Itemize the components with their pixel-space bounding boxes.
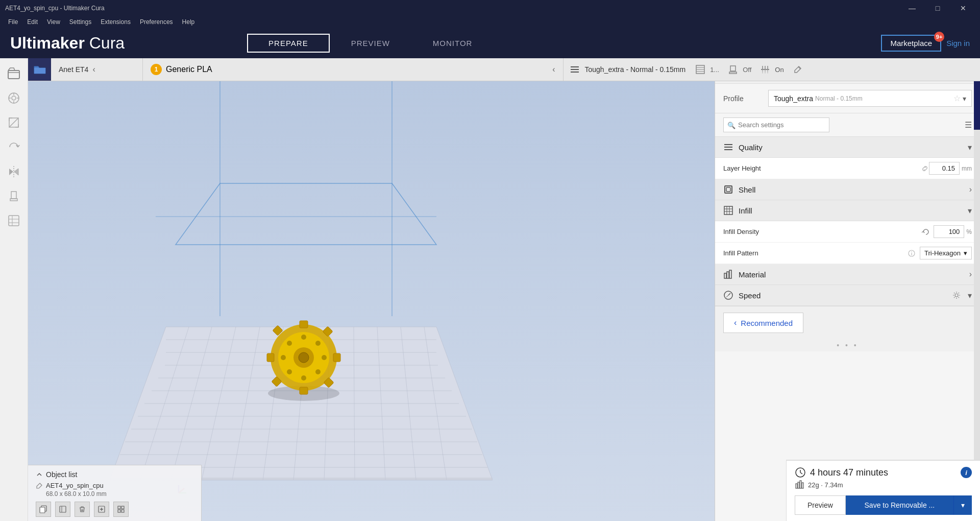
marketplace-button[interactable]: Marketplace 9+ <box>881 35 941 52</box>
edit-profile-icon[interactable] <box>793 65 802 74</box>
tab-preview[interactable]: PREVIEW <box>330 34 411 53</box>
recommended-button[interactable]: ‹ Recommended <box>723 313 803 333</box>
support-bar-icon <box>728 65 738 74</box>
menu-preferences[interactable]: Preferences <box>136 17 177 27</box>
signin-button[interactable]: Sign in <box>946 39 970 48</box>
3d-model-svg <box>253 306 355 409</box>
speed-gear-icon[interactable] <box>952 291 961 299</box>
maximize-button[interactable]: □ <box>926 0 949 16</box>
quality-chevron-icon: ▾ <box>968 143 972 152</box>
link-icon <box>921 164 929 173</box>
duplicate-button[interactable] <box>36 502 51 517</box>
save-button[interactable]: Save to Removable ... <box>846 495 953 515</box>
infill-density-label: Infill Density <box>723 228 921 235</box>
printer-selector[interactable]: Anet ET4 ‹ <box>51 58 143 81</box>
settings-menu-icon[interactable]: ☰ <box>965 120 972 130</box>
svg-point-73 <box>315 369 321 374</box>
menu-edit[interactable]: Edit <box>23 17 42 27</box>
viewport[interactable] <box>28 81 715 521</box>
profile-dropdown-icon[interactable]: ▾ <box>963 94 966 103</box>
save-dropdown-button[interactable]: ▾ <box>953 495 972 515</box>
print-time-row: 4 hours 47 minutes i <box>795 467 972 478</box>
pattern-dropdown-icon: ▾ <box>964 249 967 257</box>
svg-line-112 <box>800 472 802 474</box>
infill-pattern-label: Infill Pattern <box>723 249 908 257</box>
svg-rect-7 <box>11 192 16 199</box>
material-section-header[interactable]: Material › <box>715 264 980 285</box>
panel-divider[interactable]: • • • <box>715 339 980 351</box>
infill-section-icon <box>723 205 733 216</box>
scale-tool[interactable] <box>4 112 24 133</box>
adhesion-state: On <box>775 66 783 74</box>
object-item: AET4_yo_spin_cpu <box>36 482 193 489</box>
speed-section-header[interactable]: Speed ▾ <box>715 285 980 306</box>
material-amount: 22g · 7.34m <box>808 481 843 489</box>
svg-point-2 <box>12 96 16 100</box>
infill-density-unit: % <box>966 228 972 235</box>
recommended-section: ‹ Recommended <box>715 306 980 339</box>
svg-rect-83 <box>60 506 66 512</box>
infill-pattern-dropdown[interactable]: Tri-Hexagon ▾ <box>920 247 972 259</box>
search-row: 🔍 ☰ <box>715 113 980 137</box>
per-model-settings-tool[interactable] <box>4 210 24 231</box>
object-dimensions: 68.0 x 68.0 x 10.0 mm <box>46 490 193 498</box>
svg-point-67 <box>301 375 306 381</box>
settings-scrollbar[interactable] <box>974 58 980 521</box>
close-button[interactable]: ✕ <box>951 0 975 16</box>
minimize-button[interactable]: — <box>900 0 924 16</box>
support-tool[interactable] <box>4 186 24 206</box>
search-settings-input[interactable] <box>723 117 829 132</box>
object-list-panel: Object list AET4_yo_spin_cpu 68.0 x 68.0… <box>28 465 202 521</box>
svg-point-109 <box>955 294 958 297</box>
infill-count: 1... <box>710 66 719 74</box>
infill-density-value[interactable]: 100 <box>934 225 964 238</box>
menu-file[interactable]: File <box>4 17 22 27</box>
svg-rect-113 <box>796 484 797 488</box>
cut-button[interactable] <box>55 502 70 517</box>
add-button[interactable] <box>94 502 109 517</box>
preview-button[interactable]: Preview <box>795 495 846 515</box>
material-section-icon <box>723 269 733 279</box>
quality-section-header[interactable]: Quality ▾ <box>715 137 980 158</box>
mirror-tool[interactable] <box>4 161 24 182</box>
open-file-tool[interactable] <box>4 63 24 84</box>
menu-settings[interactable]: Settings <box>65 17 95 27</box>
infill-pattern-row: Infill Pattern Tri-Hexagon ▾ <box>715 243 980 264</box>
layer-height-value[interactable]: 0.15 <box>929 162 960 175</box>
folder-icon-box[interactable] <box>28 58 51 81</box>
infill-section-header[interactable]: Infill ▾ <box>715 200 980 221</box>
svg-rect-105 <box>724 273 726 278</box>
material-chevron-icon: ‹ <box>552 65 555 74</box>
printer-name: Anet ET4 <box>59 65 88 74</box>
edit-icon <box>36 482 43 489</box>
menu-help[interactable]: Help <box>178 17 199 27</box>
profile-row: Profile Tough_extra Normal - 0.15mm ☆ ▾ <box>715 84 980 113</box>
clock-icon <box>795 467 806 478</box>
svg-rect-89 <box>121 506 124 509</box>
info-icon[interactable]: i <box>961 467 972 478</box>
menu-extensions[interactable]: Extensions <box>96 17 135 27</box>
right-panel: Print settings ✕ Profile Tough_extra Nor… <box>715 58 980 521</box>
profile-value-name: Tough_extra <box>774 94 813 103</box>
pattern-info-icon <box>908 249 916 257</box>
material-selector[interactable]: 1 Generic PLA ‹ <box>143 58 564 81</box>
svg-rect-107 <box>729 270 731 278</box>
tab-prepare[interactable]: PREPARE <box>247 34 330 53</box>
svg-point-65 <box>299 352 309 363</box>
menu-view[interactable]: View <box>43 17 64 27</box>
rotate-tool[interactable] <box>4 137 24 157</box>
profile-selector[interactable]: Tough_extra Normal - 0.15mm ☆ ▾ <box>768 90 972 107</box>
object-list-header[interactable]: Object list <box>36 470 193 479</box>
object-actions <box>36 502 193 517</box>
svg-marker-6 <box>14 169 18 175</box>
delete-button[interactable] <box>75 502 90 517</box>
reset-icon[interactable] <box>921 228 929 236</box>
shell-section-header[interactable]: Shell › <box>715 179 980 200</box>
infill-icon <box>696 65 705 74</box>
favorite-icon[interactable]: ☆ <box>953 93 961 103</box>
quality-label: Quality <box>739 143 963 152</box>
tab-monitor[interactable]: MONITOR <box>411 34 494 53</box>
arrange-button[interactable] <box>113 502 129 517</box>
move-tool[interactable] <box>4 88 24 108</box>
search-icon: 🔍 <box>727 121 736 129</box>
